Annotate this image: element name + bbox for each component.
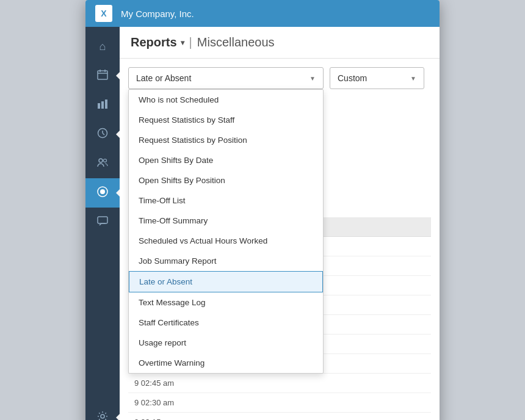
menu-item-open-shifts-date[interactable]: Open Shifts By Date (129, 150, 323, 170)
sidebar-item-settings[interactable] (85, 403, 120, 420)
menu-item-late-or-absent[interactable]: Late or Absent (129, 271, 323, 292)
table-row: 9 02:45 am (128, 374, 431, 393)
reports-icon (96, 186, 109, 201)
table-row: 9 02:30 am (128, 393, 431, 413)
svg-rect-6 (105, 100, 107, 109)
cell-time: 9 02:45 am (128, 374, 226, 393)
menu-item-staff-certificates[interactable]: Staff Certificates (129, 313, 323, 333)
layout: ⌂ (85, 27, 440, 420)
date-range-dropdown[interactable]: Custom ▼ (330, 67, 424, 89)
menu-item-scheduled-vs-actual[interactable]: Scheduled vs Actual Hours Worked (129, 231, 323, 251)
sidebar-arrow-clock (116, 131, 120, 138)
settings-icon (97, 411, 108, 421)
top-bar: X My Company, Inc. (85, 0, 440, 27)
menu-item-text-message-log[interactable]: Text Message Log (129, 292, 323, 313)
page-header: Reports ▾ | Miscellaneous (120, 27, 440, 59)
main-window: X My Company, Inc. ⌂ (85, 0, 440, 420)
menu-item-request-stats-staff[interactable]: Request Statistics by Staff (129, 110, 323, 130)
svg-rect-4 (98, 103, 100, 109)
report-type-label: Late or Absent (136, 73, 191, 83)
date-range-caret-icon: ▼ (410, 75, 416, 82)
sidebar-arrow-settings (116, 414, 120, 420)
svg-line-9 (103, 133, 104, 135)
controls-row: Late or Absent ▼ Custom ▼ Who is not Sch… (120, 59, 440, 89)
home-icon: ⌂ (100, 40, 106, 53)
menu-item-request-stats-position[interactable]: Request Statistics by Position (129, 130, 323, 150)
menu-item-job-summary[interactable]: Job Summary Report (129, 251, 323, 271)
sidebar: ⌂ (85, 27, 120, 420)
reports-label: Reports (131, 35, 177, 49)
svg-rect-5 (101, 101, 104, 109)
app-logo: X (95, 5, 112, 22)
menu-item-who-not-scheduled[interactable]: Who is not Scheduled (129, 90, 323, 110)
sidebar-item-messages[interactable] (85, 208, 120, 237)
menu-item-time-off-list[interactable]: Time-Off List (129, 190, 323, 211)
menu-item-overtime-warning[interactable]: Overtime Warning (129, 353, 323, 373)
sidebar-item-chart[interactable] (85, 90, 120, 120)
table-row: 9 02:15 am (128, 413, 431, 420)
messages-icon (97, 215, 108, 230)
report-type-dropdown-menu: Who is not Scheduled Request Statistics … (128, 89, 324, 374)
sidebar-item-reports[interactable] (85, 178, 120, 208)
menu-item-open-shifts-position[interactable]: Open Shifts By Position (129, 170, 323, 190)
report-type-caret-icon: ▼ (310, 75, 316, 82)
reports-caret-icon: ▾ (181, 38, 184, 47)
people-icon (97, 157, 108, 171)
sidebar-item-clock[interactable] (85, 120, 120, 149)
svg-rect-14 (98, 217, 107, 223)
svg-rect-0 (98, 71, 107, 79)
clock-icon (97, 128, 108, 142)
chart-icon (97, 98, 108, 112)
svg-point-13 (100, 189, 105, 194)
menu-item-usage-report[interactable]: Usage report (129, 333, 323, 353)
company-name: My Company, Inc. (121, 9, 194, 19)
header-separator: | (189, 35, 192, 49)
svg-point-15 (101, 415, 104, 418)
menu-item-time-off-summary[interactable]: Time-Off Summary (129, 211, 323, 231)
page-subtitle: Miscellaneous (197, 35, 275, 49)
sidebar-arrow-reports (116, 189, 120, 197)
sidebar-item-home[interactable]: ⌂ (85, 32, 120, 61)
svg-point-10 (99, 159, 103, 162)
cell-time: 9 02:30 am (128, 393, 226, 412)
sidebar-item-people[interactable] (85, 149, 120, 178)
svg-point-11 (104, 159, 107, 162)
calendar-icon (97, 69, 108, 83)
main-content: Reports ▾ | Miscellaneous Late or Absent… (120, 27, 440, 420)
date-range-label: Custom (338, 73, 367, 83)
report-type-dropdown[interactable]: Late or Absent ▼ (128, 67, 324, 89)
reports-dropdown-trigger[interactable]: Reports ▾ (131, 35, 184, 49)
cell-time: 9 02:15 am (128, 413, 226, 420)
sidebar-item-calendar[interactable] (85, 61, 120, 90)
